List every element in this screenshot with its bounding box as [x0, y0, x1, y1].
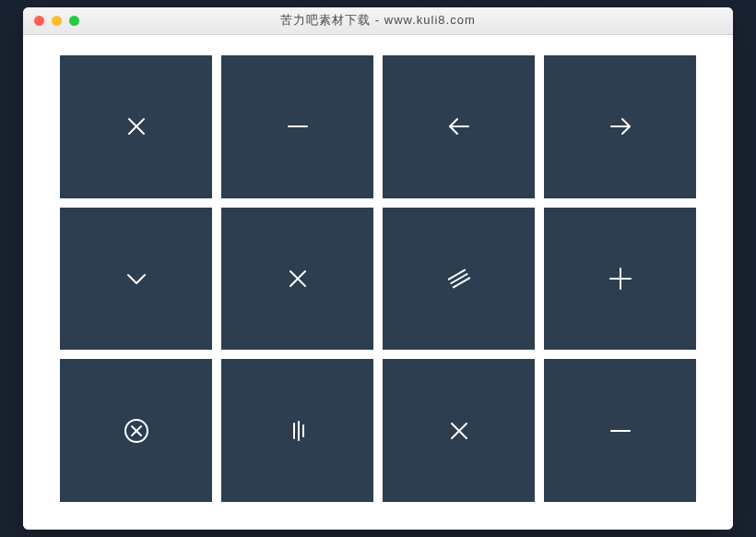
content-area: [23, 35, 733, 530]
tile-close[interactable]: [60, 55, 212, 198]
tile-close-circle[interactable]: [60, 359, 212, 502]
tile-chevron-down[interactable]: [60, 208, 212, 351]
chevron-down-icon: [122, 264, 151, 293]
icon-grid: [60, 55, 696, 502]
close-icon: [122, 112, 151, 141]
traffic-lights: [23, 16, 79, 26]
tile-minus[interactable]: [221, 55, 373, 198]
arrow-right-icon: [606, 112, 635, 141]
plus-icon: [606, 264, 635, 293]
close-circle-icon: [122, 416, 151, 446]
svg-line-7: [448, 270, 464, 280]
tile-diagonal-lines[interactable]: [383, 208, 535, 351]
tile-minus-2[interactable]: [544, 359, 696, 502]
minus-icon: [283, 112, 313, 141]
browser-window: 苦力吧素材下载 - www.kuli8.com: [23, 7, 733, 530]
tile-x-2[interactable]: [383, 359, 535, 502]
x-icon: [283, 264, 313, 293]
window-title: 苦力吧素材下载 - www.kuli8.com: [23, 12, 733, 29]
diagonal-lines-icon: [444, 264, 474, 293]
tile-plus[interactable]: [544, 208, 696, 351]
maximize-window-button[interactable]: [69, 16, 79, 26]
titlebar: 苦力吧素材下载 - www.kuli8.com: [23, 7, 733, 35]
svg-line-9: [453, 278, 468, 287]
close-window-button[interactable]: [34, 16, 44, 26]
svg-line-8: [451, 274, 467, 283]
tile-arrow-right[interactable]: [544, 55, 696, 198]
vertical-bars-icon: [283, 416, 313, 446]
tile-vertical-bars[interactable]: [221, 359, 373, 502]
x-icon-2: [444, 416, 474, 446]
tile-x[interactable]: [221, 208, 373, 351]
tile-arrow-left[interactable]: [383, 55, 535, 198]
minimize-window-button[interactable]: [52, 16, 62, 26]
arrow-left-icon: [444, 112, 474, 141]
minus-icon-2: [606, 416, 635, 446]
